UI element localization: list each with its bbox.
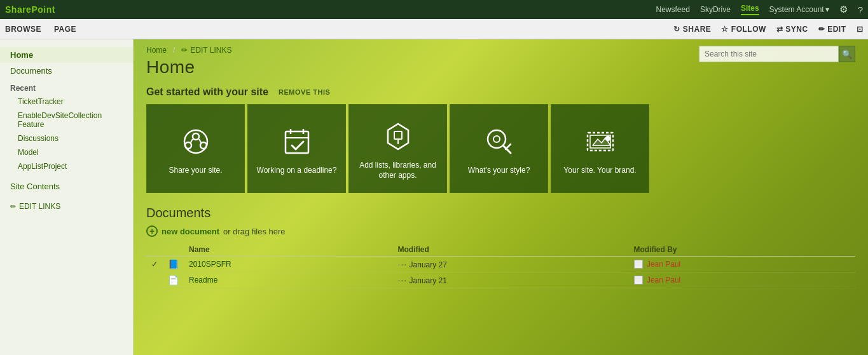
new-document-link[interactable]: new document [162, 227, 219, 236]
new-document-icon[interactable]: + [146, 225, 158, 237]
tab-page[interactable]: PAGE [54, 25, 76, 34]
help-icon[interactable]: ? [858, 4, 863, 15]
focus-button[interactable]: ⊡ [857, 25, 864, 34]
documents-title: Documents [146, 206, 855, 220]
sharepoint-logo[interactable]: SharePoint [5, 4, 55, 15]
row-name-2: Readme [184, 272, 393, 288]
settings-icon[interactable]: ⚙ [839, 4, 848, 15]
skydrive-link[interactable]: SkyDrive [700, 5, 731, 14]
sites-link[interactable]: Sites [741, 4, 759, 15]
share-icon: ↻ [673, 25, 680, 34]
tab-browse[interactable]: BROWSE [5, 25, 41, 34]
tile-share-site[interactable]: Share your site. [146, 104, 245, 193]
row-check-2[interactable] [146, 272, 163, 288]
sidebar-edit-links-label: EDIT LINKS [19, 202, 60, 211]
row-modified-by-1: Jean Paul [629, 257, 855, 272]
search-icon: 🔍 [842, 50, 852, 59]
sidebar-item-model[interactable]: Model [0, 145, 133, 159]
brand-icon [581, 123, 619, 161]
svg-point-20 [606, 137, 610, 140]
documents-table: Name Modified Modified By ✓ 📘 [146, 243, 855, 288]
doc-link-1[interactable]: 2010SPSFR [189, 260, 231, 269]
doc-link-2[interactable]: Readme [189, 276, 217, 285]
tile-deadline[interactable]: Working on a deadline? [247, 104, 346, 193]
remove-this-button[interactable]: REMOVE THIS [279, 88, 330, 96]
follow-label: FOLLOW [731, 25, 766, 34]
sidebar-item-site-contents[interactable]: Site Contents [0, 178, 133, 194]
row-ellipsis-1[interactable]: ··· [398, 259, 408, 269]
row-modified-1: ··· January 27 [393, 257, 629, 272]
share-site-icon [177, 123, 215, 161]
breadcrumb-edit-links[interactable]: ✏ EDIT LINKS [181, 46, 231, 55]
word-icon: 📘 [168, 259, 179, 269]
svg-line-5 [199, 139, 202, 144]
sidebar-item-home[interactable]: Home [0, 47, 133, 63]
tile-apps[interactable]: Add lists, libraries, and other apps. [348, 104, 447, 193]
deadline-icon [278, 123, 316, 161]
col-modified-by: Modified By [629, 243, 855, 257]
col-icon [163, 243, 184, 257]
sidebar-edit-links[interactable]: ✏ EDIT LINKS [0, 197, 133, 216]
edit-icon: ✏ [818, 25, 825, 34]
svg-point-13 [488, 130, 506, 148]
tile-apps-label: Add lists, libraries, and other apps. [355, 161, 440, 180]
table-header-row: Name Modified Modified By [146, 243, 855, 257]
svg-rect-6 [286, 131, 308, 153]
row-name-1: 2010SPSFR [184, 257, 393, 272]
breadcrumb-home[interactable]: Home [146, 46, 167, 55]
row-modified-by-2: Jean Paul [629, 272, 855, 288]
svg-rect-11 [394, 131, 402, 139]
svg-line-16 [506, 144, 511, 149]
person-icon-2 [634, 276, 643, 285]
search-button[interactable]: 🔍 [839, 46, 855, 62]
page-content: 🔍 Home / ✏ EDIT LINKS Home Get started w… [134, 39, 868, 355]
search-input[interactable] [699, 46, 839, 62]
svg-point-14 [493, 136, 500, 142]
system-account-label: System Account [769, 5, 824, 14]
system-account-arrow: ▾ [825, 5, 829, 14]
sidebar-item-documents[interactable]: Documents [0, 63, 133, 79]
follow-button[interactable]: ☆ FOLLOW [721, 25, 766, 34]
edit-button[interactable]: ✏ EDIT [818, 25, 846, 34]
top-navigation: SharePoint Newsfeed SkyDrive Sites Syste… [0, 0, 868, 19]
sync-label: SYNC [785, 25, 808, 34]
follow-icon: ☆ [721, 25, 729, 34]
new-document-bar: + new document or drag files here [146, 225, 855, 237]
system-account-menu[interactable]: System Account ▾ [769, 5, 829, 14]
row-check-1[interactable]: ✓ [146, 257, 163, 272]
row-icon-1: 📘 [163, 257, 184, 272]
focus-icon: ⊡ [857, 25, 864, 34]
documents-section: Documents + new document or drag files h… [146, 206, 855, 288]
tiles-container: Share your site. Working on a deadline? [146, 104, 855, 193]
tile-share-label: Share your site. [169, 166, 222, 176]
ribbon-actions: ↻ SHARE ☆ FOLLOW ⇄ SYNC ✏ EDIT ⊡ [673, 25, 863, 34]
ribbon-bar: BROWSE PAGE ↻ SHARE ☆ FOLLOW ⇄ SYNC ✏ ED… [0, 19, 868, 39]
edit-label: EDIT [827, 25, 846, 34]
sidebar: Home Documents Recent TicketTracker Enab… [0, 39, 134, 355]
person-link-2[interactable]: Jean Paul [647, 276, 680, 285]
tile-brand[interactable]: Your site. Your brand. [551, 104, 649, 193]
person-link-1[interactable]: Jean Paul [647, 260, 680, 269]
sidebar-recent-header: Recent [0, 79, 133, 95]
main-container: Home Documents Recent TicketTracker Enab… [0, 39, 868, 355]
sidebar-item-enabledev[interactable]: EnableDevSiteCollection Feature [0, 109, 133, 131]
share-label: SHARE [683, 25, 712, 34]
brand-area: SharePoint [5, 4, 55, 15]
newsfeed-link[interactable]: Newsfeed [656, 5, 690, 14]
tile-brand-label: Your site. Your brand. [563, 166, 636, 176]
tile-style[interactable]: What's your style? [450, 104, 548, 193]
sidebar-item-discussions[interactable]: Discussions [0, 131, 133, 145]
apps-icon [379, 117, 417, 156]
pencil-icon-breadcrumb: ✏ [181, 46, 188, 55]
get-started-title: Get started with your site [146, 86, 268, 98]
tile-deadline-label: Working on a deadline? [257, 166, 337, 176]
style-icon [480, 123, 518, 161]
sidebar-item-tickettracker[interactable]: TicketTracker [0, 95, 133, 109]
col-modified: Modified [393, 243, 629, 257]
sidebar-item-applistproject[interactable]: AppListProject [0, 159, 133, 173]
row-ellipsis-2[interactable]: ··· [398, 275, 408, 285]
share-button[interactable]: ↻ SHARE [673, 25, 711, 34]
sync-button[interactable]: ⇄ SYNC [776, 25, 808, 34]
svg-marker-10 [388, 124, 408, 149]
drag-files-text: or drag files here [223, 227, 286, 236]
